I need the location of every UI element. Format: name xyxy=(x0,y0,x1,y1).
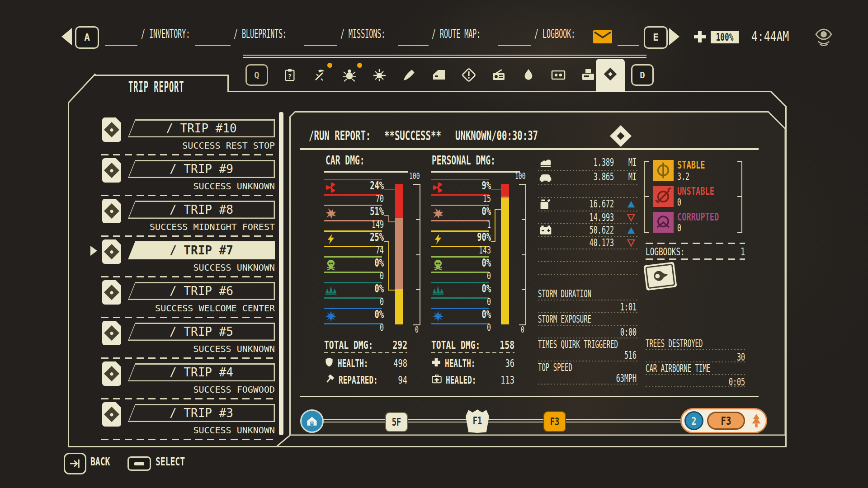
sidebar-tab-diagonal xyxy=(68,73,96,103)
trip-title-box: / TRIP #7 xyxy=(128,241,275,259)
trip-list-item[interactable]: / TRIP #8 SUCCESS MIDNIGHT FOREST xyxy=(90,198,279,239)
quest-clipboard-icon[interactable]: ? xyxy=(278,64,302,86)
frame-left-line xyxy=(68,103,69,447)
trip-subtitle: SUCCESS UNKNOWN xyxy=(90,262,275,273)
loss-arrow-icon xyxy=(627,214,636,224)
key-hint-d[interactable]: D xyxy=(631,64,654,86)
tab-routemap[interactable]: / ROUTE MAP: xyxy=(432,27,481,41)
trip-list-item[interactable]: / TRIP #10 SUCCESS REST STOP xyxy=(90,117,279,157)
trip-report-icon xyxy=(602,66,618,82)
fuel-lost-row: 14.993 xyxy=(538,212,638,224)
svg-text:?: ? xyxy=(288,73,292,80)
personal-bar-axis xyxy=(525,184,526,325)
connector-line xyxy=(491,189,501,190)
unstable-value: 0 xyxy=(677,197,681,208)
trip-list-item[interactable]: / TRIP #6 SUCCESS WELCOME CENTER xyxy=(90,279,279,320)
route-node-f3: F3 xyxy=(543,411,566,432)
tab-missions[interactable]: / MISSIONS: xyxy=(340,27,385,41)
cassette-icon[interactable] xyxy=(547,64,570,86)
car-dmg-row-explosion: 0% 0 xyxy=(324,308,384,333)
trip-title-box: / TRIP #6 xyxy=(128,282,275,300)
materials-pickaxe-icon[interactable] xyxy=(308,64,331,86)
trees-destroyed-label: TREES DESTROYED xyxy=(646,338,703,349)
trip-list-item[interactable]: / TRIP #3 SUCCESS UNKNOWN xyxy=(90,401,279,442)
prev-section-arrow-icon[interactable] xyxy=(61,28,72,45)
personal-total-row: TOTAL DMG: 158 xyxy=(431,338,514,350)
anchor-bracket-right xyxy=(741,161,742,233)
quirk-label: TIMES QUIRK TRIGGERED xyxy=(538,338,618,350)
tab-blueprints[interactable]: / BLUEPRINTS: xyxy=(234,27,287,41)
paint-icon[interactable] xyxy=(517,64,540,86)
stable-label: STABLE xyxy=(677,159,705,171)
key-hint-q[interactable]: Q xyxy=(245,64,268,86)
list-separator xyxy=(101,357,275,359)
car-dmg-row-electric: 25% 74 xyxy=(324,230,384,256)
weather-icon[interactable] xyxy=(368,64,391,86)
car-scale-min: 0 xyxy=(415,324,419,335)
storm-duration-value: 1:01 xyxy=(620,301,637,313)
drive-distance-row: 3.865 MI xyxy=(538,172,638,183)
top-speed-value: 63MPH xyxy=(616,372,637,385)
creature-icon[interactable] xyxy=(338,64,361,86)
trip-subtitle: SUCCESS UNKNOWN xyxy=(90,425,275,436)
trip-subtitle: SUCCESS WELCOME CENTER xyxy=(90,303,275,314)
back-label: BACK xyxy=(90,455,110,468)
medkit-icon xyxy=(431,374,442,386)
nav-separator-line xyxy=(498,45,531,46)
trip-subtitle: SUCCESS UNKNOWN xyxy=(90,181,275,192)
connector-line xyxy=(388,241,389,291)
impact-icon xyxy=(432,207,444,221)
back-key-icon[interactable] xyxy=(64,453,86,474)
trip-list-item[interactable]: / TRIP #4 SUCCESS FOGWOOD xyxy=(90,361,279,401)
key-hint-e[interactable]: E xyxy=(644,26,668,49)
select-key-icon[interactable] xyxy=(127,456,151,471)
corrupted-anchor-icon xyxy=(653,212,674,233)
personal-dmg-stacked-bar xyxy=(501,184,509,324)
tab-logbook[interactable]: / LOGBOOK: xyxy=(534,27,575,41)
energy-gained-row: 50.622 xyxy=(538,225,638,237)
connector-line xyxy=(388,290,395,291)
visibility-eye-icon[interactable] xyxy=(813,27,835,49)
trip-card-icon xyxy=(102,158,121,183)
trip-list-item-selected[interactable]: / TRIP #7 SUCCESS UNKNOWN xyxy=(90,239,279,279)
sidebar-tab-top-line xyxy=(94,75,229,76)
list-separator xyxy=(101,398,275,399)
hazard-icon[interactable] xyxy=(457,64,481,86)
car-part-icon[interactable] xyxy=(427,64,451,86)
radio-icon[interactable] xyxy=(487,64,510,86)
next-section-arrow-icon[interactable] xyxy=(669,28,679,45)
car-repaired-row: REPAIRED: 94 xyxy=(324,374,407,386)
gain-arrow-icon xyxy=(627,226,636,236)
brush-icon[interactable] xyxy=(397,64,421,86)
garage-home-icon xyxy=(306,415,318,427)
key-hint-a[interactable]: A xyxy=(75,26,99,49)
storm-exposure-label: STORM EXPOSURE xyxy=(538,313,591,325)
anomaly-spikes-icon xyxy=(432,285,444,298)
nav-separator-line xyxy=(398,45,429,46)
list-separator xyxy=(101,235,275,237)
car-dmg-row-anomaly: 0% 0 xyxy=(324,282,384,308)
route-track-line xyxy=(313,422,694,422)
corrupted-label: CORRUPTED xyxy=(677,211,719,223)
trip-list-item[interactable]: / TRIP #9 SUCCESS UNKNOWN xyxy=(90,157,279,198)
trip-card-icon xyxy=(102,239,121,264)
trip-subtitle: SUCCESS UNKNOWN xyxy=(90,343,275,354)
tab-trip-report-selected[interactable] xyxy=(596,59,625,92)
battery-icon xyxy=(539,225,552,237)
fuel-gained-row: 16.672 xyxy=(538,199,638,211)
toxic-skull-icon xyxy=(432,259,444,272)
select-label: SELECT xyxy=(156,455,185,468)
toxic-skull-icon xyxy=(325,259,337,272)
trip-list-item[interactable]: / TRIP #5 SUCCESS UNKNOWN xyxy=(90,320,279,361)
anchor-bracket-left xyxy=(644,161,645,233)
battery-badge: 100% xyxy=(711,31,739,43)
trip-card-icon xyxy=(102,117,121,142)
trip-title-box: / TRIP #4 xyxy=(128,363,275,381)
tabstrip-rule xyxy=(243,57,646,58)
personal-health-row: HEALTH: 36 xyxy=(431,357,514,369)
list-separator xyxy=(101,317,275,318)
car-dmg-row-radiation: 24% 70 xyxy=(324,179,384,205)
tab-inventory[interactable]: / INVENTORY: xyxy=(141,27,190,41)
car-scale-max: 100 xyxy=(409,171,420,181)
sidebar-scrollbar[interactable] xyxy=(279,112,283,435)
